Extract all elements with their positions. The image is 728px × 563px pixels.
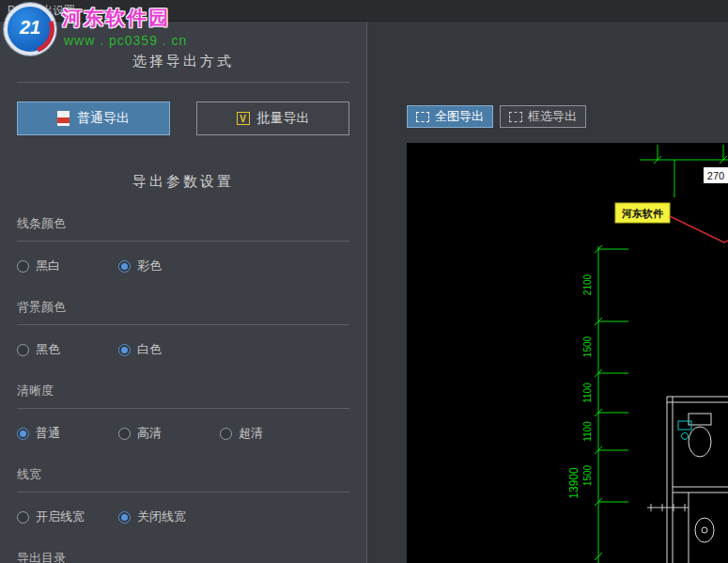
- radio-circle-selected: [17, 428, 29, 440]
- radio-circle-selected: [118, 511, 131, 524]
- toilet-fixture: [689, 427, 711, 457]
- radio-circle: [118, 428, 131, 440]
- divider: [17, 241, 349, 242]
- highlight-label: 河东软件: [615, 203, 728, 242]
- radio-circle: [17, 344, 29, 356]
- cad-preview-svg: 270 河东软件 2100 1500: [407, 143, 728, 563]
- radio-clarity-uhd[interactable]: 超清: [220, 425, 321, 442]
- radio-line-color-bw[interactable]: 黑白: [17, 258, 118, 274]
- site-logo-icon: 21: [4, 3, 56, 55]
- batch-export-label: 批量导出: [257, 110, 310, 127]
- dim-270-text: 270: [707, 170, 724, 181]
- radio-label: 开启线宽: [36, 508, 85, 525]
- export-mode-buttons: 普通导出 V 批量导出: [17, 102, 349, 135]
- dim-1500a: 1500: [582, 336, 593, 357]
- full-image-frame-icon: [416, 112, 429, 122]
- floor-plan-fragment: [667, 397, 728, 563]
- highlight-label-text: 河东软件: [621, 208, 664, 219]
- pdf-file-icon: [57, 111, 70, 126]
- batch-v-icon: V: [237, 112, 250, 125]
- radio-line-width-off[interactable]: 关闭线宽: [118, 508, 220, 525]
- radio-clarity-hd[interactable]: 高清: [118, 425, 220, 442]
- cad-preview-area[interactable]: 270 河东软件 2100 1500: [407, 143, 728, 563]
- vertical-dimension-labels: 2100 1500 1100 1100 1500 13900: [567, 274, 593, 498]
- export-dir-group: 导出目录 导出目录： 文档 打开目录 详细路径：我的文档\导出PDF: [17, 550, 349, 563]
- site-watermark: 21 河东软件园 www . pc0359 . cn: [2, 2, 204, 60]
- radio-label: 黑白: [36, 258, 60, 274]
- radio-bg-black[interactable]: 黑色: [17, 341, 118, 358]
- logo-number: 21: [8, 17, 53, 39]
- export-dir-title: 导出目录: [17, 550, 349, 563]
- radio-line-color-color[interactable]: 彩色: [118, 258, 220, 274]
- radio-label: 彩色: [137, 258, 162, 274]
- site-url: www . pc0359 . cn: [64, 33, 187, 48]
- bg-color-label: 背景颜色: [17, 299, 349, 316]
- divider: [17, 324, 349, 325]
- radio-label: 超清: [239, 425, 263, 442]
- divider: [17, 408, 349, 409]
- radio-label: 普通: [36, 425, 60, 442]
- tab-label: 框选导出: [528, 108, 577, 125]
- dim-total-13900: 13900: [567, 467, 581, 499]
- red-leader-line: [670, 216, 724, 242]
- box-select-frame-icon: [509, 112, 522, 122]
- preview-tabs: 全图导出 框选导出: [407, 105, 586, 128]
- line-color-group: 线条颜色 黑白 彩色: [17, 215, 349, 274]
- divider: [17, 492, 349, 493]
- vertical-dimension-chain: [595, 245, 628, 563]
- params-title: 导出参数设置: [17, 173, 349, 191]
- normal-export-button[interactable]: 普通导出: [17, 102, 170, 135]
- line-width-label: 线宽: [17, 466, 349, 483]
- site-name: 河东软件园: [62, 5, 170, 31]
- tab-full-image-export[interactable]: 全图导出: [407, 105, 493, 128]
- radio-label: 黑色: [36, 341, 60, 358]
- dim-270-box: 270: [704, 167, 728, 183]
- divider: [17, 82, 349, 83]
- dim-2100: 2100: [582, 274, 593, 295]
- batch-export-button[interactable]: V 批量导出: [196, 102, 349, 135]
- radio-label: 高清: [137, 425, 162, 442]
- radio-circle: [220, 428, 232, 440]
- sink-fixture: [695, 518, 714, 542]
- radio-circle-selected: [118, 260, 131, 273]
- clarity-group: 清晰度 普通 高清 超清: [17, 383, 349, 442]
- tab-label: 全图导出: [435, 108, 484, 125]
- radio-label: 关闭线宽: [137, 508, 186, 525]
- radio-line-width-on[interactable]: 开启线宽: [17, 508, 118, 525]
- radio-circle: [17, 260, 29, 273]
- dim-1100a: 1100: [582, 383, 593, 403]
- radio-clarity-normal[interactable]: 普通: [17, 425, 118, 442]
- dim-1100b: 1100: [582, 421, 593, 442]
- radio-bg-white[interactable]: 白色: [118, 341, 220, 358]
- dim-1500b: 1500: [582, 464, 593, 486]
- radio-circle: [17, 511, 29, 524]
- line-width-group: 线宽 开启线宽 关闭线宽: [17, 466, 349, 525]
- radio-circle-selected: [118, 344, 131, 356]
- clarity-label: 清晰度: [17, 383, 349, 399]
- radio-label: 白色: [137, 341, 162, 358]
- tab-box-select-export[interactable]: 框选导出: [500, 105, 586, 128]
- line-color-label: 线条颜色: [17, 215, 349, 232]
- bg-color-group: 背景颜色 黑色 白色: [17, 299, 349, 358]
- small-dimension-marks: [647, 504, 689, 511]
- normal-export-label: 普通导出: [77, 110, 130, 127]
- settings-panel: 选择导出方式 普通导出 V 批量导出 导出参数设置 线条颜色 黑白: [0, 21, 367, 563]
